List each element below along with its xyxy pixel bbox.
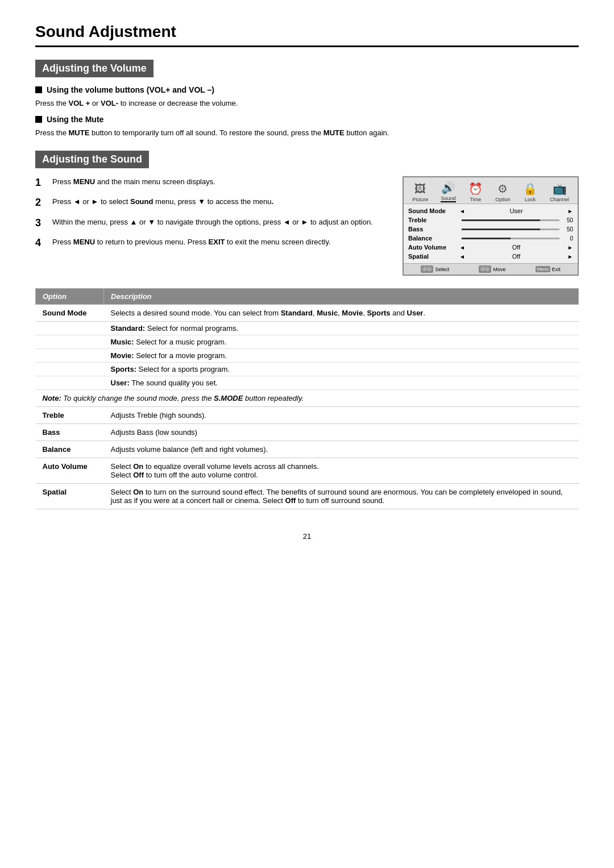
note-text: Note: To quickly change the sound mode, … — [43, 394, 304, 402]
auto-volume-left-arrow: ◄ — [459, 244, 465, 251]
balance-slider — [462, 238, 559, 239]
time-icon: ⏰ — [468, 182, 483, 196]
option-spatial: Spatial — [36, 484, 104, 509]
sound-mode-label: Sound Mode — [408, 207, 459, 214]
bass-value: 50 — [564, 226, 573, 232]
menu-row-spatial: Spatial ◄ Off ► — [408, 252, 573, 261]
option-col-header: Option — [36, 289, 104, 305]
table-row-balance: Balance Adjusts volume balance (left and… — [36, 441, 579, 458]
table-row-movie: Movie: Select for a movie program. — [36, 349, 579, 363]
spatial-value: Off — [467, 253, 565, 260]
select-btn: ⓐⓑ — [421, 265, 433, 273]
sound-icon: 🔊 — [441, 181, 455, 194]
menu-footer-move: ⓐⓑ Move — [479, 265, 505, 273]
option-user-empty — [36, 376, 104, 390]
vol-buttons-heading: Using the volume buttons (VOL+ and VOL –… — [35, 85, 579, 94]
exit-label: Exit — [552, 267, 561, 272]
note-cell: Note: To quickly change the sound mode, … — [36, 390, 579, 407]
menu-icon-picture: 🖼 Picture — [412, 182, 428, 202]
option-balance: Balance — [36, 441, 104, 458]
auto-volume-label: Auto Volume — [408, 244, 459, 251]
vol-buttons-text: Press the VOL + or VOL- to increase or d… — [35, 98, 579, 109]
desc-auto-volume: Select On to equalize overall volume lev… — [104, 458, 579, 484]
option-sound-mode: Sound Mode — [36, 305, 104, 322]
option-standard-empty — [36, 322, 104, 335]
table-row-auto-volume: Auto Volume Select On to equalize overal… — [36, 458, 579, 484]
channel-label: Channel — [550, 197, 569, 202]
sound-label: Sound — [441, 196, 455, 201]
table-row-standard: Standard: Select for normal programs. — [36, 322, 579, 335]
balance-value: 0 — [564, 235, 573, 242]
desc-movie: Movie: Select for a movie program. — [104, 349, 579, 363]
menu-rows: Sound Mode ◄ User ► Treble 50 Bass — [404, 204, 578, 263]
table-row-note: Note: To quickly change the sound mode, … — [36, 390, 579, 407]
option-movie-empty — [36, 349, 104, 363]
time-label: Time — [470, 197, 481, 202]
treble-slider — [462, 219, 559, 221]
sound-mode-value: User — [467, 207, 565, 214]
option-treble: Treble — [36, 407, 104, 424]
lock-icon: 🔒 — [523, 182, 537, 196]
bullet-icon — [35, 86, 42, 93]
menu-icons-row: 🖼 Picture 🔊 Sound ⏰ Time ⚙ Option 🔒 — [404, 177, 578, 204]
bullet-icon-2 — [35, 116, 42, 123]
menu-icon-time: ⏰ Time — [468, 182, 483, 202]
table-row-treble: Treble Adjusts Treble (high sounds). — [36, 407, 579, 424]
treble-slider-fill — [462, 219, 540, 221]
menu-row-sound-mode: Sound Mode ◄ User ► — [408, 206, 573, 215]
sound-mode-left-arrow: ◄ — [459, 208, 465, 214]
description-col-header: Description — [104, 289, 579, 305]
table-row-sports: Sports: Select for a sports program. — [36, 363, 579, 376]
step-num-3: 3 — [35, 217, 45, 230]
exit-btn: Menu — [536, 266, 550, 272]
menu-footer-select: ⓐⓑ Select — [421, 265, 449, 273]
sound-section: Adjusting the Sound 1 Press MENU and the… — [35, 151, 579, 276]
option-sports-empty — [36, 363, 104, 376]
picture-icon: 🖼 — [414, 182, 426, 196]
page-number: 21 — [35, 532, 579, 541]
step-4: 4 Press MENU to return to previous menu.… — [35, 236, 389, 250]
auto-volume-value: Off — [467, 244, 565, 251]
desc-user: User: The sound quality you set. — [104, 376, 579, 390]
balance-slider-fill — [462, 238, 511, 239]
desc-spatial: Select On to turn on the surround sound … — [104, 484, 579, 509]
desc-music: Music: Select for a music program. — [104, 335, 579, 349]
step-text-1: Press MENU and the main menu screen disp… — [52, 176, 389, 189]
desc-sports: Sports: Select for a sports program. — [104, 363, 579, 376]
menu-icon-sound: 🔊 Sound — [441, 181, 455, 202]
option-auto-volume: Auto Volume — [36, 458, 104, 484]
steps-column: 1 Press MENU and the main menu screen di… — [35, 176, 389, 276]
table-row-spatial: Spatial Select On to turn on the surroun… — [36, 484, 579, 509]
menu-icon-lock: 🔒 Lock — [523, 182, 537, 202]
menu-row-auto-volume: Auto Volume ◄ Off ► — [408, 243, 573, 252]
treble-label: Treble — [408, 217, 459, 223]
desc-sound-mode: Selects a desired sound mode. You can se… — [104, 305, 579, 322]
bass-slider — [462, 229, 559, 230]
step-2: 2 Press ◄ or ► to select Sound menu, pre… — [35, 196, 389, 209]
desc-bass: Adjusts Bass (low sounds) — [104, 424, 579, 441]
option-table: Option Description Sound Mode Selects a … — [35, 288, 579, 509]
option-music-empty — [36, 335, 104, 349]
mute-text: Press the MUTE button to temporarily tur… — [35, 127, 579, 139]
menu-row-treble: Treble 50 — [408, 215, 573, 225]
balance-label: Balance — [408, 235, 459, 242]
menu-icon-channel: 📺 Channel — [550, 182, 569, 202]
step-1: 1 Press MENU and the main menu screen di… — [35, 176, 389, 189]
table-row-bass: Bass Adjusts Bass (low sounds) — [36, 424, 579, 441]
desc-balance: Adjusts volume balance (left and right v… — [104, 441, 579, 458]
menu-icon-option: ⚙ Option — [495, 182, 511, 202]
channel-icon: 📺 — [553, 182, 567, 196]
step-num-1: 1 — [35, 176, 45, 189]
table-row-sound-mode: Sound Mode Selects a desired sound mode.… — [36, 305, 579, 322]
step-text-3: Within the menu, press ▲ or ▼ to navigat… — [52, 217, 389, 230]
bass-label: Bass — [408, 226, 459, 232]
sound-layout: 1 Press MENU and the main menu screen di… — [35, 176, 579, 276]
desc-treble: Adjusts Treble (high sounds). — [104, 407, 579, 424]
option-bass: Bass — [36, 424, 104, 441]
bass-slider-fill — [462, 229, 540, 230]
select-label: Select — [435, 267, 449, 272]
sound-section-heading: Adjusting the Sound — [35, 151, 149, 168]
step-text-2: Press ◄ or ► to select Sound menu, press… — [52, 196, 389, 209]
spatial-label: Spatial — [408, 253, 459, 260]
step-3: 3 Within the menu, press ▲ or ▼ to navig… — [35, 217, 389, 230]
